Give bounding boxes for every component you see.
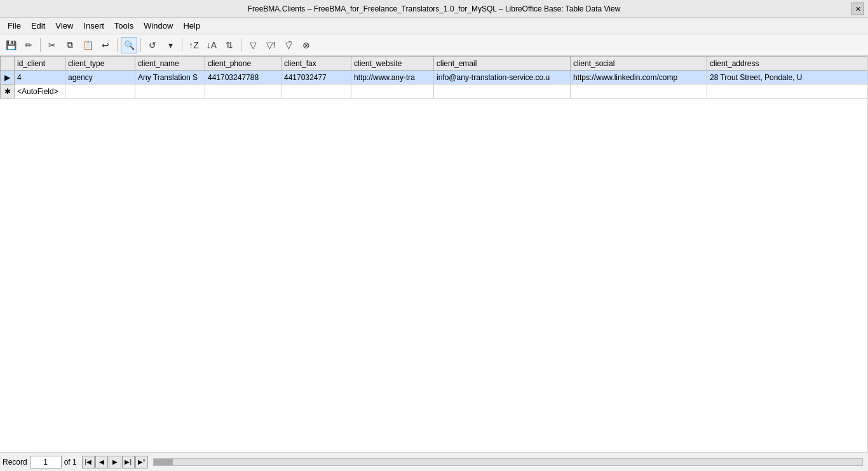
menu-bar: FileEditViewInsertToolsWindowHelp [0,18,868,34]
client_type-cell[interactable] [65,85,135,99]
paste-button[interactable]: 📋 [79,37,96,53]
copy-button[interactable]: ⧉ [62,37,78,53]
advfilter-button[interactable]: ▽̈ [280,37,297,53]
id_client-cell[interactable]: 4 [15,71,65,85]
col-header-client_address: client_address [707,57,869,71]
row-indicator[interactable]: ✱ [1,85,15,99]
sort-za-button[interactable]: ↓A [203,37,220,53]
nav-prev-button[interactable]: ◀ [95,456,108,468]
client_website-cell[interactable] [351,85,434,99]
autofield-cell[interactable]: <AutoField> [15,85,65,99]
arrow-indicator: ▶ [4,73,10,82]
toolbar: 💾✏✂⧉📋↩🔍↺▾↑Z↓A⇅▽▽!▽̈⊗ [0,34,868,56]
horizontal-scrollbar[interactable] [153,458,863,466]
table-row[interactable]: ✱<AutoField> [1,85,869,99]
sort-az-button[interactable]: ↑Z [186,37,202,53]
sep4-separator [182,38,182,52]
close-button[interactable]: ✕ [851,3,864,15]
undo-button[interactable]: ↩ [97,37,114,53]
autofilter-button[interactable]: ▽ [245,37,261,53]
refresh-drop-button[interactable]: ▾ [162,37,179,53]
col-header-client_phone: client_phone [205,57,281,71]
edit-button[interactable]: ✏ [20,37,37,53]
client_website-cell[interactable]: http://www.any-tra [351,71,434,85]
col-header-client_social: client_social [571,57,707,71]
window-title: FreeBMA.Clients – FreeBMA_for_Freelance_… [248,4,621,13]
nav-first-button[interactable]: |◀ [82,456,95,468]
of-label: of 1 [64,458,77,467]
col-header-id_client: id_client [15,57,65,71]
nav-next-button[interactable]: ▶ [109,456,121,468]
menu-item-edit[interactable]: Edit [26,20,50,32]
client_email-cell[interactable] [434,85,571,99]
find-button[interactable]: 🔍 [121,37,137,53]
refresh-button[interactable]: ↺ [144,37,161,53]
sort-custom-button[interactable]: ⇅ [221,37,238,53]
client_social-cell[interactable] [571,85,707,99]
table-header: id_clientclient_typeclient_nameclient_ph… [1,57,869,71]
title-bar: FreeBMA.Clients – FreeBMA_for_Freelance_… [0,0,868,18]
client_name-cell[interactable]: Any Translation S [135,71,205,85]
col-header-client_name: client_name [135,57,205,71]
sep2-separator [117,38,118,52]
save-button[interactable]: 💾 [3,37,19,53]
col-header-client_website: client_website [351,57,434,71]
client_fax-cell[interactable] [281,85,351,99]
status-bar: Record of 1 |◀ ◀ ▶ ▶| ▶* [0,452,868,471]
client_fax-cell[interactable]: 4417032477 [281,71,351,85]
table-body: ▶4agencyAny Translation S441703247788441… [1,71,869,99]
record-number-input[interactable] [30,456,62,468]
sep5-separator [241,38,241,52]
star-indicator: ✱ [4,87,11,96]
nav-last-button[interactable]: ▶| [122,456,135,468]
menu-item-view[interactable]: View [50,20,78,32]
client_name-cell[interactable] [135,85,205,99]
menu-item-window[interactable]: Window [139,20,178,32]
cut-button[interactable]: ✂ [44,37,60,53]
client_phone-cell[interactable]: 441703247788 [205,71,281,85]
sep-separator [40,38,41,52]
col-header-client_type: client_type [65,57,135,71]
data-table: id_clientclient_typeclient_nameclient_ph… [0,56,868,99]
col-header-client_fax: client_fax [281,57,351,71]
menu-item-help[interactable]: Help [178,20,205,32]
col-header-row_indicator [1,57,15,71]
sep3-separator [140,38,141,52]
client_social-cell[interactable]: https://www.linkedin.com/comp [571,71,707,85]
client_address-cell[interactable] [707,85,869,99]
client_address-cell[interactable]: 28 Trout Street, Pondale, U [707,71,869,85]
stdfilter-button[interactable]: ▽! [262,37,279,53]
client_phone-cell[interactable] [205,85,281,99]
record-label: Record [3,458,27,467]
menu-item-tools[interactable]: Tools [109,20,139,32]
client_email-cell[interactable]: info@any-translation-service.co.u [434,71,571,85]
nav-new-button[interactable]: ▶* [135,456,148,468]
table-area: id_clientclient_typeclient_nameclient_ph… [0,56,868,452]
client_type-cell[interactable]: agency [65,71,135,85]
table-container[interactable]: id_clientclient_typeclient_nameclient_ph… [0,56,868,452]
col-header-client_email: client_email [434,57,571,71]
table-row[interactable]: ▶4agencyAny Translation S441703247788441… [1,71,869,85]
row-indicator[interactable]: ▶ [1,71,15,85]
menu-item-file[interactable]: File [3,20,26,32]
resetfilter-button[interactable]: ⊗ [298,37,315,53]
menu-item-insert[interactable]: Insert [78,20,109,32]
scrollbar-thumb [154,459,173,465]
